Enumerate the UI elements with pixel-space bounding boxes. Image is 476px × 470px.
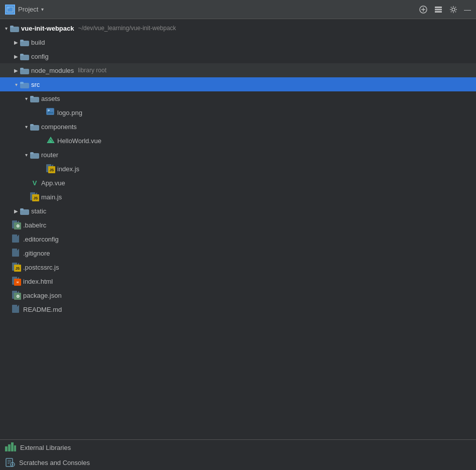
chevron-build: ▶: [12, 38, 20, 46]
title-bar-left: Project ▾: [5, 5, 419, 15]
package-json-label: package.json: [23, 292, 62, 299]
layout-button[interactable]: [434, 5, 443, 14]
svg-point-42: [12, 464, 14, 465]
index-html-label: index.html: [23, 278, 53, 285]
tree-item-logo[interactable]: logo.png: [0, 105, 476, 120]
svg-rect-21: [47, 108, 54, 114]
svg-rect-18: [20, 82, 24, 84]
tree-item-gitignore[interactable]: .gitignore: [0, 246, 476, 260]
tree-item-config[interactable]: ▶ config: [0, 49, 476, 63]
folder-icon-root: [10, 24, 19, 33]
tree-item-root[interactable]: ▾ vue-init-webpack ~/dev/vue_learning/vu…: [0, 21, 476, 35]
title-bar-actions: —: [419, 5, 471, 14]
bottom-section: External Libraries Scratches and Console…: [0, 439, 476, 470]
html-doc-icon-index: H: [12, 277, 21, 286]
external-libraries-icon: [5, 442, 16, 453]
postcssrc-label: .postcssrc.js: [23, 264, 59, 271]
node-modules-label: node_modules: [31, 67, 74, 74]
folder-icon-assets: [30, 94, 39, 103]
svg-rect-35: [11, 442, 14, 451]
vue-icon-helloworld: V: [46, 136, 55, 145]
static-label: static: [31, 207, 46, 215]
readme-label: README.md: [23, 306, 62, 313]
router-index-label: index.js: [57, 165, 79, 173]
tree-item-readme[interactable]: README.md: [0, 302, 476, 316]
svg-rect-14: [20, 54, 24, 56]
doc-icon-editorconfig: [12, 234, 21, 244]
svg-point-8: [452, 8, 455, 11]
external-libraries-item[interactable]: External Libraries: [0, 440, 476, 455]
tree-item-static[interactable]: ▶ static: [0, 204, 476, 218]
json-doc-icon-package: ⚙: [12, 291, 21, 300]
tree-item-index-html[interactable]: H index.html: [0, 274, 476, 288]
chevron-static: ▶: [12, 207, 20, 215]
tree-item-build[interactable]: ▶ build: [0, 35, 476, 49]
src-label: src: [31, 81, 40, 88]
tree-item-postcssrc[interactable]: JS .postcssrc.js: [0, 260, 476, 274]
tree-item-main-js[interactable]: JS main.js: [0, 190, 476, 204]
svg-text:V: V: [49, 139, 52, 144]
image-icon-logo: [46, 108, 55, 117]
scratches-label: Scratches and Consoles: [19, 459, 90, 466]
title-bar: Project ▾ —: [0, 0, 476, 19]
folder-icon-src: [20, 80, 29, 89]
js-doc-icon-postcssrc: JS: [12, 263, 21, 272]
project-label: Project: [18, 6, 38, 13]
tree-item-router[interactable]: ▾ router: [0, 148, 476, 162]
root-path: ~/dev/vue_learning/vue-init-webpack: [78, 25, 176, 32]
chevron-router: ▾: [22, 151, 30, 159]
external-libraries-label: External Libraries: [20, 444, 71, 451]
chevron-node-modules: ▶: [12, 66, 20, 74]
minimize-button[interactable]: —: [464, 6, 471, 14]
folder-icon-components: [30, 122, 39, 131]
svg-rect-30: [30, 152, 34, 154]
babelrc-label: .babelrc: [23, 221, 46, 229]
tree-item-node-modules[interactable]: ▶ node_modules library root: [0, 63, 476, 77]
tree-item-src[interactable]: ▾ src: [0, 77, 476, 91]
settings-button[interactable]: [449, 5, 458, 14]
tree-item-helloworld[interactable]: V HelloWorld.vue: [0, 134, 476, 148]
folder-icon-build: [20, 38, 29, 47]
folder-icon-config: [20, 52, 29, 61]
project-tree: ▾ vue-init-webpack ~/dev/vue_learning/vu…: [0, 19, 476, 318]
folder-icon-static: [20, 206, 29, 215]
router-label: router: [41, 151, 58, 159]
svg-rect-7: [435, 11, 442, 13]
vue-icon-app: V: [30, 178, 39, 187]
logo-label: logo.png: [57, 109, 82, 116]
chevron-src: ▾: [12, 80, 20, 88]
app-vue-label: App.vue: [41, 179, 65, 187]
tree-item-editorconfig[interactable]: .editorconfig: [0, 232, 476, 246]
tree-item-assets[interactable]: ▾ assets: [0, 91, 476, 105]
tree-item-app-vue[interactable]: V App.vue: [0, 176, 476, 190]
folder-icon-node-modules: [20, 66, 29, 75]
assets-label: assets: [41, 95, 60, 102]
build-label: build: [31, 39, 45, 46]
root-label: vue-init-webpack: [21, 25, 74, 32]
tree-item-package-json[interactable]: ⚙ package.json: [0, 288, 476, 302]
svg-rect-12: [20, 40, 24, 42]
svg-rect-33: [5, 446, 8, 451]
chevron-assets: ▾: [22, 94, 30, 102]
js-icon-index: JS: [46, 164, 55, 173]
project-icon: [5, 5, 15, 15]
tree-item-babelrc[interactable]: ⚙ .babelrc: [0, 218, 476, 232]
tree-item-router-index[interactable]: JS index.js: [0, 162, 476, 176]
svg-rect-36: [14, 445, 16, 451]
add-scope-button[interactable]: [419, 5, 428, 14]
tree-item-components[interactable]: ▾ components: [0, 120, 476, 134]
helloworld-label: HelloWorld.vue: [57, 137, 101, 145]
chevron-components: ▾: [22, 123, 30, 131]
svg-rect-5: [435, 7, 442, 8]
folder-icon-router: [30, 150, 39, 159]
scratches-item[interactable]: Scratches and Consoles: [0, 455, 476, 470]
chevron-config: ▶: [12, 52, 20, 60]
gitignore-label: .gitignore: [23, 250, 50, 257]
svg-rect-34: [8, 444, 11, 451]
project-dropdown-arrow[interactable]: ▾: [41, 7, 44, 12]
editorconfig-label: .editorconfig: [23, 236, 59, 243]
js-icon-main: JS: [30, 192, 39, 201]
svg-rect-6: [435, 9, 442, 10]
svg-rect-16: [20, 68, 24, 70]
chevron-root: ▾: [2, 24, 10, 32]
